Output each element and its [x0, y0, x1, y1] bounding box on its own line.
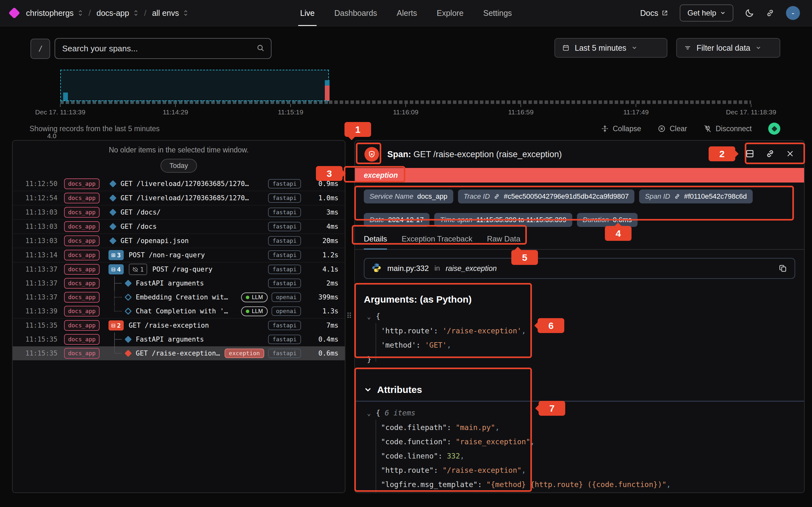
today-pill[interactable]: Today: [160, 159, 197, 173]
time-range-button[interactable]: Last 5 minutes: [554, 38, 667, 58]
scope-pill[interactable]: fastapi: [268, 279, 301, 288]
detail-tab-raw-data[interactable]: Raw Data: [487, 234, 520, 249]
tab-live[interactable]: Live: [300, 0, 315, 26]
panel-resize-handle[interactable]: ⠿: [346, 312, 352, 320]
children-toggle-badge[interactable]: ⊟2: [108, 320, 124, 331]
project-switcher-icon[interactable]: [134, 9, 138, 17]
tab-explore[interactable]: Explore: [437, 0, 464, 26]
children-toggle-badge[interactable]: ⊟4: [108, 264, 124, 274]
meta-chip-span-id[interactable]: Span ID#f0110e542c798c6d: [639, 189, 752, 204]
scope-pill[interactable]: fastapi: [268, 265, 301, 274]
span-kind-diamond-icon: [125, 350, 132, 357]
attributes-header[interactable]: Attributes: [364, 384, 795, 395]
share-link-icon[interactable]: [766, 9, 774, 17]
service-tag-pill[interactable]: docs_app: [64, 178, 100, 189]
service-tag-pill[interactable]: docs_app: [64, 250, 100, 261]
tab-settings[interactable]: Settings: [484, 0, 512, 26]
panel-layout-icon[interactable]: [745, 149, 755, 160]
timeline-chart[interactable]: 4.0 2.0 0.0 Dec 17. 11:13:3911:14:2911:1…: [0, 63, 812, 120]
collapse-chevron-icon[interactable]: ⌄: [367, 309, 376, 324]
breadcrumb-env[interactable]: all envs: [152, 9, 179, 18]
children-toggle-badge[interactable]: ⊞3: [108, 250, 124, 260]
scope-pill[interactable]: fastapi: [268, 321, 301, 330]
breadcrumb-org[interactable]: christophergs: [26, 9, 73, 18]
tab-dashboards[interactable]: Dashboards: [334, 0, 377, 26]
span-row[interactable]: 11:13:37docs_app⊟41POST /rag-queryfastap…: [13, 262, 345, 276]
service-tag-pill[interactable]: docs_app: [64, 320, 100, 331]
search-input[interactable]: [61, 43, 256, 54]
service-tag-pill[interactable]: docs_app: [64, 306, 100, 317]
breadcrumb-project[interactable]: docs-app: [96, 9, 129, 18]
env-switcher-icon[interactable]: [183, 9, 188, 17]
tab-alerts[interactable]: Alerts: [397, 0, 417, 26]
scope-pill[interactable]: fastapi: [268, 222, 301, 231]
breadcrumb: christophergs / docs-app / all envs: [0, 8, 188, 18]
service-tag-pill[interactable]: docs_app: [64, 264, 100, 275]
span-duration: 3ms: [304, 209, 339, 216]
span-row[interactable]: 11:12:50docs_appGET /livereload/12703636…: [13, 177, 345, 191]
span-row[interactable]: 11:15:35docs_appFastAPI argumentsfastapi…: [13, 332, 345, 346]
tree-connector: [108, 304, 123, 318]
get-help-button[interactable]: Get help: [680, 4, 733, 21]
scope-pill[interactable]: fastapi: [268, 250, 301, 260]
llm-pill[interactable]: LLM: [241, 292, 268, 302]
service-tag-pill[interactable]: docs_app: [64, 193, 100, 204]
service-tag-pill[interactable]: docs_app: [64, 292, 100, 302]
collapse-button[interactable]: Collapse: [601, 124, 641, 133]
live-indicator[interactable]: [768, 123, 780, 135]
span-row[interactable]: 11:13:03docs_appGET /openapi.jsonfastapi…: [13, 234, 345, 248]
detail-tab-exception-traceback[interactable]: Exception Traceback: [402, 234, 472, 249]
span-row[interactable]: 11:15:35docs_appGET /raise-exception …ex…: [13, 346, 345, 360]
clear-button[interactable]: Clear: [658, 124, 687, 133]
scope-pill[interactable]: openai: [271, 292, 301, 302]
chart-plot-area[interactable]: [60, 70, 751, 104]
avatar[interactable]: -: [786, 6, 800, 20]
span-row[interactable]: 11:15:35docs_app⊟2GET /raise-exceptionfa…: [13, 319, 345, 332]
detail-tab-details[interactable]: Details: [364, 234, 387, 250]
disconnect-button[interactable]: Disconnect: [704, 124, 752, 133]
service-tag-pill[interactable]: docs_app: [64, 221, 100, 232]
span-row[interactable]: 11:13:37docs_appFastAPI argumentsfastapi…: [13, 276, 345, 290]
logfire-logo-icon[interactable]: [9, 7, 20, 19]
chart-selection-region[interactable]: [60, 70, 329, 101]
no-older-items-message: No older items in the selected time wind…: [13, 146, 345, 154]
scope-pill[interactable]: fastapi: [268, 349, 301, 358]
link-icon[interactable]: [494, 193, 500, 200]
span-row[interactable]: 11:12:54docs_appGET /livereload/12703636…: [13, 191, 345, 205]
filter-local-data-button[interactable]: Filter local data: [676, 38, 780, 58]
span-row-content: FastAPI arguments: [108, 276, 264, 290]
span-row[interactable]: 11:13:03docs_appGET /docsfastapi4ms: [13, 220, 345, 234]
copy-icon[interactable]: [779, 264, 788, 273]
source-file-line[interactable]: main.py:332: [387, 264, 429, 273]
org-switcher-icon[interactable]: [78, 9, 83, 17]
close-icon[interactable]: [786, 149, 795, 159]
span-row[interactable]: 11:13:39docs_appChat Completion with '…L…: [13, 304, 345, 319]
service-tag-pill[interactable]: docs_app: [64, 278, 100, 289]
scope-pill[interactable]: fastapi: [268, 208, 301, 217]
span-row[interactable]: 11:13:37docs_appEmbedding Creation wit…L…: [13, 290, 345, 304]
link-icon[interactable]: [674, 193, 680, 200]
scope-pill[interactable]: fastapi: [268, 236, 301, 245]
service-tag-pill[interactable]: docs_app: [64, 235, 100, 246]
scope-pill[interactable]: fastapi: [268, 335, 301, 344]
service-tag-pill[interactable]: docs_app: [64, 334, 100, 345]
exception-pill[interactable]: exception: [224, 349, 264, 358]
service-tag-pill[interactable]: docs_app: [64, 207, 100, 218]
span-title: Span: GET /raise-exception (raise_except…: [387, 150, 562, 159]
span-row[interactable]: 11:13:03docs_appGET /docs/fastapi3ms: [13, 205, 345, 220]
scope-pill[interactable]: fastapi: [268, 193, 301, 203]
docs-link[interactable]: Docs: [640, 9, 668, 18]
hidden-spans-badge[interactable]: 1: [129, 264, 147, 275]
llm-pill[interactable]: LLM: [241, 306, 268, 316]
collapse-chevron-icon[interactable]: ⌄: [367, 406, 376, 420]
span-row-pills: fastapi: [264, 321, 301, 330]
service-tag-pill[interactable]: docs_app: [64, 348, 100, 359]
scope-pill[interactable]: fastapi: [268, 179, 301, 188]
meta-chip-trace-id[interactable]: Trace ID#c5ec5005042796e91d5db42ca9fd980…: [458, 189, 635, 204]
search-icon[interactable]: [256, 44, 264, 53]
span-row[interactable]: 11:13:14docs_app⊞3POST /non-rag-queryfas…: [13, 248, 345, 262]
theme-toggle-moon-icon[interactable]: [745, 8, 754, 18]
attributes-divider: [355, 401, 804, 401]
scope-pill[interactable]: openai: [271, 306, 301, 316]
copy-link-icon[interactable]: [765, 149, 775, 160]
